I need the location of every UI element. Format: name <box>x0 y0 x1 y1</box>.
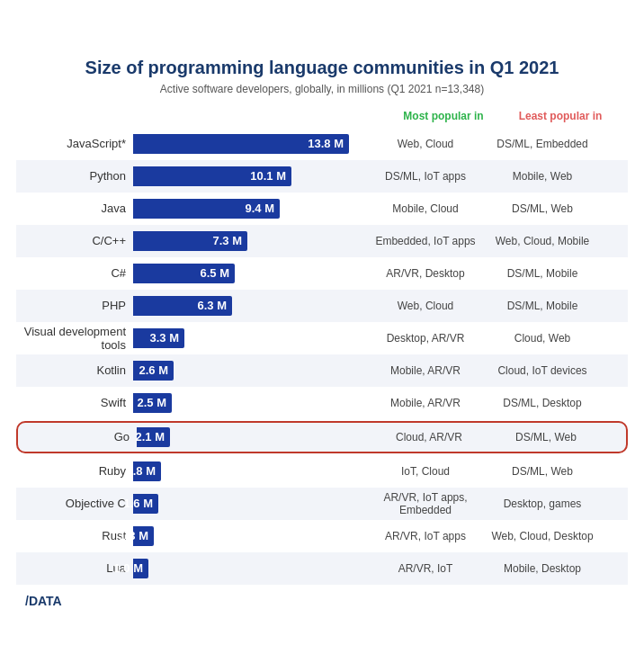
chart-subtitle: Active software developers, globally, in… <box>16 83 628 95</box>
table-row: Visual development tools 3.3 M Desktop, … <box>16 322 628 354</box>
table-row: C# 6.5 M AR/VR, Desktop DS/ML, Mobile <box>16 257 628 290</box>
least-popular: Cloud, IoT devices <box>484 364 601 377</box>
chart-container: Size of programming language communities… <box>7 38 637 626</box>
most-popular: AR/VR, IoT apps <box>367 530 484 542</box>
row-label: C# <box>16 266 133 280</box>
table-row: Kotlin 2.6 M Mobile, AR/VR Cloud, IoT de… <box>16 354 628 387</box>
table-row: Objective C 1.6 M AR/VR, IoT apps, Embed… <box>16 488 628 520</box>
most-popular: Mobile, AR/VR <box>367 397 484 409</box>
least-popular: Cloud, Web <box>484 332 601 345</box>
row-label: Objective C <box>16 497 133 510</box>
most-popular: AR/VR, Desktop <box>367 267 484 280</box>
bar-area: 2.1 M <box>137 427 371 447</box>
most-popular: Cloud, AR/VR <box>371 431 487 443</box>
bar: 10.1 M <box>133 166 291 186</box>
bar-area: 3.3 M <box>133 328 367 348</box>
most-popular: Mobile, Cloud <box>367 202 484 215</box>
least-popular: DS/ML, Mobile <box>484 300 601 312</box>
bar: 1.8 M <box>133 461 161 481</box>
row-label: PHP <box>16 299 133 312</box>
bar: 1.3 M <box>133 526 154 546</box>
bar-area: 1.8 M <box>133 461 367 481</box>
least-popular: DS/ML, Web <box>484 465 601 478</box>
watermark: /DATA <box>16 594 628 608</box>
most-popular: Mobile, AR/VR <box>367 364 484 377</box>
bar-value: 2.5 M <box>137 396 166 409</box>
least-popular: Mobile, Desktop <box>484 562 601 575</box>
most-popular: Desktop, AR/VR <box>367 332 484 345</box>
bar-value: 7.3 M <box>212 234 242 247</box>
bar-area: 6.5 M <box>133 264 367 283</box>
bar-area: 6.3 M <box>133 296 367 316</box>
legend-least: Least popular in <box>502 110 619 122</box>
bar-value: 3.3 M <box>149 331 179 345</box>
legend-most: Most popular in <box>385 110 502 122</box>
bar-value: 9.4 M <box>245 202 274 215</box>
table-row: PHP 6.3 M Web, Cloud DS/ML, Mobile <box>16 290 628 322</box>
bar-value: 1.8 M <box>126 464 156 478</box>
most-popular: Web, Cloud <box>367 300 484 312</box>
table-row: Python 10.1 M DS/ML, IoT apps Mobile, We… <box>16 160 628 193</box>
bar: 6.5 M <box>133 264 235 283</box>
bar: 2.5 M <box>133 393 172 413</box>
bar-value: 10.1 M <box>250 169 286 183</box>
row-label: Python <box>16 169 133 183</box>
least-popular: DS/ML, Web <box>487 431 604 443</box>
most-popular: Embedded, IoT apps <box>367 235 484 247</box>
bar-area: 7.3 M <box>133 231 367 251</box>
least-popular: Web, Cloud, Desktop <box>484 530 601 542</box>
row-label: Kotlin <box>16 363 133 377</box>
most-popular: DS/ML, IoT apps <box>367 170 484 183</box>
table-row: Java 9.4 M Mobile, Cloud DS/ML, Web <box>16 193 628 225</box>
bar-area: 13.8 M <box>133 134 367 154</box>
chart-title: Size of programming language communities… <box>16 56 628 79</box>
bar-value: 6.5 M <box>200 266 229 280</box>
row-label: C/C++ <box>16 234 133 247</box>
row-label: Go <box>20 430 137 443</box>
bar-value: 6.3 M <box>197 299 227 312</box>
bar: 1.6 M <box>133 494 158 514</box>
row-label: Ruby <box>16 464 133 478</box>
least-popular: Web, Cloud, Mobile <box>484 235 601 247</box>
bar-value: 1.3 M <box>119 529 148 542</box>
rows-area: JavaScript* 13.8 M Web, Cloud DS/ML, Emb… <box>16 128 628 585</box>
row-label: Swift <box>16 396 133 409</box>
bar-area: 1.6 M <box>133 494 367 514</box>
table-row: Swift 2.5 M Mobile, AR/VR DS/ML, Desktop <box>16 387 628 419</box>
least-popular: DS/ML, Mobile <box>484 267 601 280</box>
bar-area: 9.4 M <box>133 199 367 219</box>
table-row: C/C++ 7.3 M Embedded, IoT apps Web, Clou… <box>16 225 628 257</box>
bar: 9.4 M <box>133 199 280 219</box>
most-popular: IoT, Cloud <box>367 465 484 478</box>
least-popular: DS/ML, Embedded <box>484 138 601 150</box>
most-popular: Web, Cloud <box>367 138 484 150</box>
bar: 6.3 M <box>133 296 232 316</box>
bar-area: 2.6 M <box>133 361 367 381</box>
table-row: Lua 1.0 M AR/VR, IoT Mobile, Desktop <box>16 552 628 585</box>
row-label: Java <box>16 202 133 215</box>
bar-area: 10.1 M <box>133 166 367 186</box>
least-popular: Desktop, games <box>484 497 601 510</box>
legend-row: Most popular in Least popular in <box>16 110 628 122</box>
row-label: Rust <box>16 529 133 542</box>
row-label: JavaScript* <box>16 137 133 150</box>
least-popular: DS/ML, Desktop <box>484 397 601 409</box>
bar: 2.6 M <box>133 361 174 381</box>
bar: 7.3 M <box>133 231 247 251</box>
least-popular: DS/ML, Web <box>484 202 601 215</box>
bar: 3.3 M <box>133 328 184 348</box>
table-row: Rust 1.3 M AR/VR, IoT apps Web, Cloud, D… <box>16 520 628 552</box>
bar-area: 2.5 M <box>133 393 367 413</box>
bar-value: 2.1 M <box>135 430 165 443</box>
most-popular: AR/VR, IoT <box>367 562 484 575</box>
bar-area: 1.3 M <box>133 526 367 546</box>
table-row: Go 2.1 M Cloud, AR/VR DS/ML, Web <box>16 421 628 453</box>
bar: 2.1 M <box>137 427 170 447</box>
table-row: JavaScript* 13.8 M Web, Cloud DS/ML, Emb… <box>16 128 628 160</box>
least-popular: Mobile, Web <box>484 170 601 183</box>
bar-value: 13.8 M <box>308 137 344 150</box>
row-label: Visual development tools <box>16 325 133 352</box>
bar: 13.8 M <box>133 134 349 154</box>
bar-value: 1.0 M <box>113 561 143 575</box>
most-popular: AR/VR, IoT apps, Embedded <box>367 491 484 516</box>
